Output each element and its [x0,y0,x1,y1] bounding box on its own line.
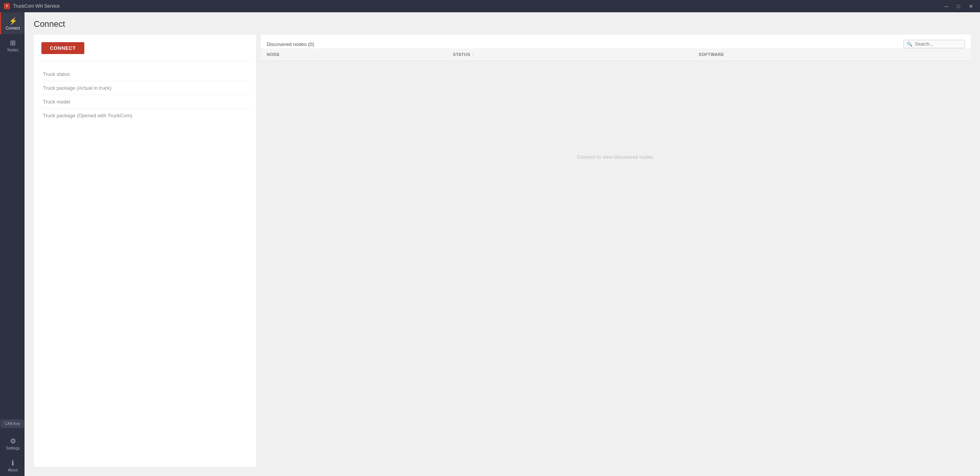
title-bar-controls: ─ □ ✕ [941,2,976,10]
window-title: TruckCom WH Service [13,3,60,9]
search-box: 🔍 [903,40,965,48]
can-key-badge[interactable]: CAN·Key [1,420,23,428]
app-body: ⚡ Connect ⊞ Nodes CAN·Key ⚙ Settings ℹ A… [0,12,980,476]
right-panel: Discovered nodes (0) 🔍 NODE [261,34,971,467]
col-node: NODE [261,48,447,61]
col-software: SOFTWARE [693,48,971,61]
sort-arrow-icon: ↑ [472,53,474,57]
nodes-table: NODE STATUS ↑ SOFTWARE [261,48,971,61]
main-split: CONNECT Truck status Truck package (Actu… [25,34,980,476]
connect-icon: ⚡ [9,18,17,25]
settings-icon: ⚙ [10,438,16,445]
sidebar: ⚡ Connect ⊞ Nodes CAN·Key ⚙ Settings ℹ A… [0,12,25,476]
table-header: NODE STATUS ↑ SOFTWARE [261,48,971,61]
info-divider [41,61,248,61]
discovered-nodes-title: Discovered nodes (0) [267,41,314,47]
nodes-header: Discovered nodes (0) 🔍 [261,34,971,48]
empty-state: Connect to view discovered nodes. [261,61,971,253]
app-icon: T [4,3,10,9]
page-header: Connect [25,12,980,34]
sidebar-item-connect[interactable]: ⚡ Connect [0,12,25,34]
sidebar-connect-label: Connect [6,26,20,30]
content-area: Connect CONNECT Truck status Truck packa… [25,12,980,476]
minimize-button[interactable]: ─ [941,2,952,10]
about-icon: ℹ [11,460,14,466]
page-title: Connect [34,19,971,29]
info-truck-status: Truck status [41,67,248,81]
connect-button[interactable]: CONNECT [41,42,84,54]
nodes-table-wrap: NODE STATUS ↑ SOFTWARE [261,48,971,467]
search-input[interactable] [915,41,961,47]
sidebar-item-nodes[interactable]: ⊞ Nodes [0,34,25,56]
info-truck-package-opened: Truck package (Opened with TruckCom) [41,109,248,122]
nodes-icon: ⊞ [10,39,16,46]
close-button[interactable]: ✕ [965,2,976,10]
title-bar-left: T TruckCom WH Service [4,3,60,9]
sidebar-nodes-label: Nodes [7,48,18,52]
col-status[interactable]: STATUS ↑ [447,48,693,61]
info-truck-model: Truck model [41,95,248,109]
sidebar-settings-label: Settings [6,446,20,450]
info-truck-package-actual: Truck package (Actual in truck) [41,81,248,95]
title-bar: T TruckCom WH Service ─ □ ✕ [0,0,980,12]
left-panel: CONNECT Truck status Truck package (Actu… [34,34,256,467]
search-icon: 🔍 [907,41,913,47]
sidebar-item-about[interactable]: ℹ About [0,454,25,476]
sidebar-item-settings[interactable]: ⚙ Settings [0,432,25,454]
sidebar-about-label: About [8,468,18,472]
maximize-button[interactable]: □ [953,2,964,10]
